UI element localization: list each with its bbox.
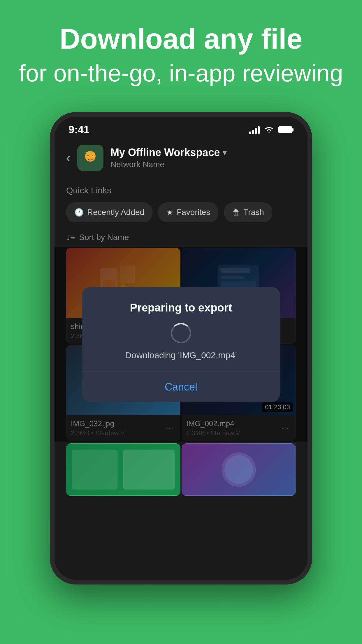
recently-added-label: Recently Added: [87, 208, 144, 217]
phone-frame: 9:41: [50, 112, 312, 584]
signal-bar-2: [252, 130, 254, 134]
battery-icon: [278, 126, 294, 133]
bottom-thumbnail-1: [66, 443, 180, 496]
trash-label: Trash: [243, 208, 264, 217]
quick-links-section: Quick Links 🕐 Recently Added ★ Favorites…: [55, 177, 307, 228]
status-time: 9:41: [68, 124, 89, 136]
workspace-dropdown-icon[interactable]: ▾: [223, 148, 227, 158]
status-icons: [249, 126, 294, 134]
favorites-label: Favorites: [177, 208, 210, 217]
star-icon: ★: [166, 208, 173, 217]
trash-icon: 🗑: [232, 208, 240, 217]
phone-wrapper: 9:41: [0, 112, 362, 584]
app-header: ‹ My Offline Workspace ▾: [55, 139, 307, 177]
loading-spinner: [171, 323, 191, 343]
modal-overlay: Preparing to export Downloading 'IMG_002…: [55, 247, 307, 442]
svg-point-4: [87, 155, 89, 156]
signal-bar-3: [255, 128, 257, 134]
spinner-container: [99, 323, 263, 343]
quick-link-favorites[interactable]: ★ Favorites: [158, 202, 218, 222]
status-bar: 9:41: [55, 117, 307, 139]
sort-label: Sort by Name: [79, 233, 129, 242]
bottom-row: [55, 442, 307, 497]
wifi-icon: [264, 126, 274, 134]
export-modal: Preparing to export Downloading 'IMG_002…: [82, 287, 280, 402]
signal-bar-1: [249, 132, 251, 134]
hero-title: Download any file: [17, 23, 345, 55]
signal-bar-4: [258, 126, 260, 134]
cancel-button[interactable]: Cancel: [99, 372, 263, 402]
file-grid-container: shime... 2.3MB: [55, 247, 307, 442]
bottom-thumb-svg-1: [66, 443, 180, 496]
download-status-text: Downloading 'IMG_002.mp4': [99, 350, 263, 360]
bottom-card-1[interactable]: [66, 443, 180, 496]
bottom-thumb-svg-2: [182, 443, 296, 496]
workspace-info: My Offline Workspace ▾ Network Name: [110, 146, 296, 169]
quick-links-row: 🕐 Recently Added ★ Favorites 🗑 Trash: [66, 202, 296, 222]
back-button[interactable]: ‹: [66, 151, 70, 165]
network-name: Network Name: [110, 160, 296, 169]
signal-icon: [249, 126, 260, 134]
svg-rect-28: [123, 450, 175, 490]
workspace-name-text: My Offline Workspace: [110, 146, 220, 159]
hero-section: Download any file for on-the-go, in-app …: [0, 0, 362, 106]
svg-rect-27: [72, 450, 118, 490]
sort-icon: ↓≡: [66, 233, 75, 242]
workspace-icon-image: [80, 148, 101, 168]
hero-subtitle: for on-the-go, in-app reviewing: [17, 58, 345, 89]
quick-links-title: Quick Links: [66, 186, 296, 195]
clock-icon: 🕐: [74, 208, 84, 217]
modal-title: Preparing to export: [99, 302, 263, 314]
bottom-thumbnail-2: [182, 443, 296, 496]
svg-point-5: [92, 155, 93, 156]
bottom-card-2[interactable]: [182, 443, 296, 496]
workspace-name-row: My Offline Workspace ▾: [110, 146, 296, 159]
svg-rect-31: [224, 455, 253, 484]
quick-link-trash[interactable]: 🗑 Trash: [224, 202, 272, 222]
sort-bar[interactable]: ↓≡ Sort by Name: [55, 228, 307, 247]
quick-link-recently-added[interactable]: 🕐 Recently Added: [66, 202, 152, 222]
workspace-avatar: [77, 145, 103, 171]
